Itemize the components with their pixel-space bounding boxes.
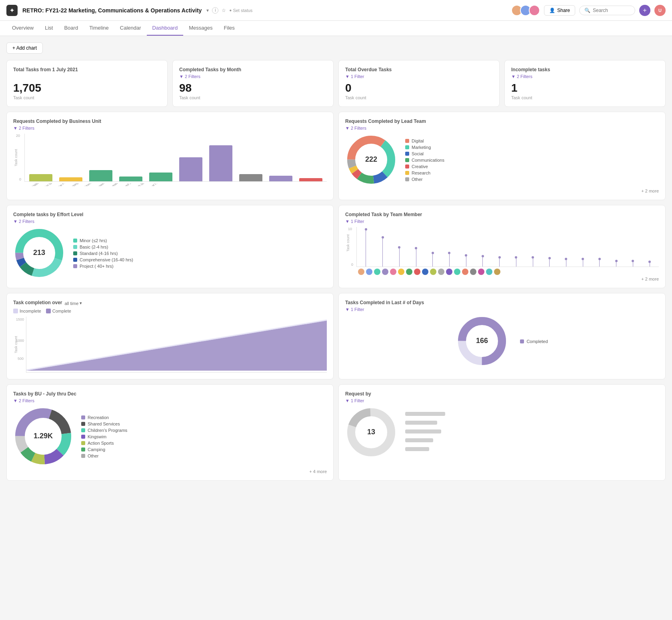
dropdown-icon[interactable]: ▾ — [206, 8, 209, 13]
lollipop-circle — [432, 252, 434, 254]
filter-icon: ▼ — [13, 126, 18, 130]
filter-icon: ▼ — [511, 74, 516, 79]
nav-board[interactable]: Board — [58, 21, 84, 36]
last-days-center-value: 166 — [476, 337, 488, 345]
bar — [59, 177, 82, 181]
completed-tasks-title: Completed Tasks by Month — [179, 67, 327, 72]
completed-legend-item: Completed — [520, 339, 548, 344]
time-toggle-button[interactable]: all time ▾ — [64, 301, 82, 306]
lollipop-circle — [598, 258, 601, 260]
lollipop-line — [399, 249, 400, 267]
legend-dot — [81, 454, 85, 458]
completed-tasks-filter[interactable]: ▼ 2 Filters — [179, 74, 327, 79]
area-chart-legend: Incomplete Complete — [13, 309, 327, 313]
lollipop-circle — [498, 256, 501, 259]
nav-timeline[interactable]: Timeline — [84, 21, 114, 36]
legend-item: Marketing — [405, 145, 444, 150]
incomplete-legend-square — [13, 309, 18, 313]
app-logo: ✦ — [6, 5, 18, 16]
filter-icon: ▼ — [345, 398, 350, 403]
lollipop-circle — [365, 228, 367, 231]
tasks-last-days-filter[interactable]: ▼ 1 Filter — [345, 307, 659, 312]
search-icon: 🔍 — [584, 8, 590, 13]
lollipop-wrap — [592, 227, 607, 267]
team-member-more[interactable]: + 2 more — [345, 277, 659, 281]
lead-team-donut: 222 — [345, 134, 397, 187]
lollipop-line — [482, 257, 483, 267]
bu-donut-container: 1.29K RecreationShared ServicesChildren'… — [13, 406, 327, 468]
header-icons: ▾ i ☆ ● Set status — [206, 7, 252, 14]
lead-team-more[interactable]: + 2 more — [345, 189, 659, 193]
team-member-chart: Completed Task by Team Member ▼ 1 Filter… — [338, 205, 666, 288]
lollipop-wrap — [626, 227, 641, 267]
team-member-filter[interactable]: ▼ 1 Filter — [345, 219, 659, 224]
project-title: RETRO: FY21-22 Marketing, Communications… — [22, 7, 202, 14]
tasks-bu-filter[interactable]: ▼ 2 Filters — [13, 398, 327, 403]
lollipop-circle — [582, 258, 584, 260]
lollipop-wrap — [458, 227, 474, 267]
info-icon[interactable]: i — [212, 7, 218, 14]
incomplete-tasks-filter[interactable]: ▼ 2 Filters — [511, 74, 659, 79]
nav-dashboard[interactable]: Dashboard — [147, 21, 184, 36]
team-member-avatar — [446, 269, 452, 275]
effort-level-filter[interactable]: ▼ 2 Filters — [13, 219, 327, 224]
legend-item: Kingswim — [81, 434, 127, 439]
add-chart-button[interactable]: + Add chart — [6, 42, 43, 54]
lollipop-line — [583, 260, 583, 267]
legend-item: Research — [405, 171, 444, 175]
donut-center-value: 222 — [365, 155, 377, 163]
lollipop-wrap — [442, 227, 457, 267]
legend-item: Other — [405, 177, 444, 182]
business-unit-filter[interactable]: ▼ 2 Filters — [13, 126, 327, 130]
team-member-avatar — [358, 269, 364, 275]
y-axis-label: Task count — [14, 149, 18, 166]
completed-legend-dot — [520, 339, 524, 343]
set-status-button[interactable]: ● Set status — [229, 8, 252, 13]
total-tasks-title: Total Tasks from 1 July 2021 — [13, 67, 161, 72]
search-box[interactable]: 🔍 — [579, 6, 635, 15]
nav-calendar[interactable]: Calendar — [114, 21, 147, 36]
lollipop-line — [616, 262, 616, 267]
bar-chart-area: 20 0 — [24, 134, 327, 182]
nav-list[interactable]: List — [39, 21, 58, 36]
lollipop-circle — [448, 252, 450, 254]
lollipop-line — [650, 263, 650, 267]
team-member-avatar — [478, 269, 484, 275]
nav-overview[interactable]: Overview — [6, 21, 39, 36]
total-tasks-card: Total Tasks from 1 July 2021 1,705 Task … — [6, 60, 168, 107]
lollipop-wrap — [609, 227, 624, 267]
legend-item: Minor (≤2 hrs) — [73, 238, 133, 243]
request-donut: 13 — [345, 406, 397, 459]
legend-item: Communications — [405, 158, 444, 163]
bu-more[interactable]: + 4 more — [13, 469, 327, 474]
bar — [149, 173, 172, 181]
legend-item: Basic (2-4 hrs) — [73, 245, 133, 249]
legend-dot — [81, 422, 85, 426]
request-by-chart: Request by ▼ 1 Filter 13 — [338, 384, 666, 481]
add-button[interactable]: + — [639, 5, 650, 16]
overdue-tasks-label: Task count — [345, 95, 493, 100]
overdue-tasks-filter[interactable]: ▼ 1 Filter — [345, 74, 493, 79]
y-label-0: 0 — [351, 263, 353, 267]
nav-files[interactable]: Files — [218, 21, 240, 36]
blurred-bar-2 — [405, 421, 437, 425]
dropdown-icon: ▾ — [80, 301, 82, 306]
lollipop-line — [449, 254, 450, 267]
share-button[interactable]: 👤 Share — [544, 5, 575, 16]
last-days-donut: 166 — [456, 315, 508, 368]
nav-messages[interactable]: Messages — [183, 21, 218, 36]
bar — [89, 170, 112, 181]
star-icon[interactable]: ☆ — [222, 8, 226, 13]
stats-row: Total Tasks from 1 July 2021 1,705 Task … — [6, 60, 666, 107]
search-input[interactable] — [593, 8, 633, 13]
header-right: 👤 Share 🔍 + U — [511, 5, 666, 16]
overdue-tasks-card: Total Overdue Tasks ▼ 1 Filter 0 Task co… — [338, 60, 500, 107]
lead-team-filter[interactable]: ▼ 2 Filters — [345, 126, 659, 130]
lollipop-wrap — [425, 227, 440, 267]
legend-dot — [405, 145, 409, 149]
request-by-filter[interactable]: ▼ 1 Filter — [345, 398, 659, 403]
filter-icon: ▼ — [345, 126, 350, 130]
lollipop-circle — [615, 260, 618, 262]
legend-dot — [73, 239, 77, 243]
request-donut-svg: 13 — [345, 406, 397, 458]
